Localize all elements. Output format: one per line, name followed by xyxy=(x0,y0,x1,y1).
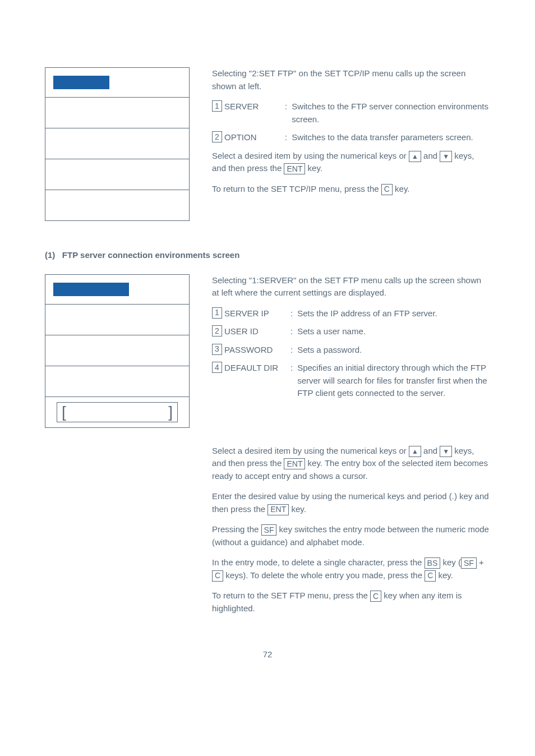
option-number: 1 xyxy=(212,100,222,112)
option-row: 1 SERVER : Switches to the FTP server co… xyxy=(212,100,490,126)
option-desc: Sets the IP address of an FTP server. xyxy=(297,307,437,320)
c-key: C xyxy=(381,184,393,195)
colon: : xyxy=(285,100,287,113)
option-desc: Switches to the data transfer parameters… xyxy=(292,131,473,144)
section1-intro: Selecting "2:SET FTP" on the SET TCP/IP … xyxy=(212,67,490,93)
option-label-text: DEFAULT DIR xyxy=(224,362,278,375)
entry-field: [ ] xyxy=(57,402,178,422)
option-desc: Switches to the FTP server connection en… xyxy=(292,100,490,126)
sf-key: SF xyxy=(461,557,477,569)
option-desc: Specifies an initial directory through w… xyxy=(297,362,490,400)
ent-key: ENT xyxy=(284,163,305,174)
down-arrow-key: ▼ xyxy=(440,151,452,162)
delete-instruction: In the entry mode, to delete a single ch… xyxy=(212,556,490,582)
screen-title-bar xyxy=(53,283,129,296)
page-number: 72 xyxy=(45,648,490,661)
colon: : xyxy=(290,307,293,320)
c-key: C xyxy=(212,570,223,582)
option-row: 2 OPTION : Switches to the data transfer… xyxy=(212,131,490,144)
c-key: C xyxy=(370,591,381,602)
sf-key: SF xyxy=(261,524,277,536)
ent-key: ENT xyxy=(284,458,305,469)
screen-title-bar xyxy=(53,76,109,89)
ent-key: ENT xyxy=(268,504,289,515)
option-label-text: PASSWORD xyxy=(224,344,273,357)
option-label-text: SERVER xyxy=(224,100,259,113)
enter-value-instruction: Enter the desired value by using the num… xyxy=(212,490,490,515)
option-number: 2 xyxy=(212,131,222,142)
option-number: 4 xyxy=(212,362,222,373)
left-bracket: [ xyxy=(62,404,66,420)
option-label-text: OPTION xyxy=(224,131,257,144)
screen-illustration-2: [ ] xyxy=(45,274,190,428)
colon: : xyxy=(290,325,293,338)
option-desc: Sets a user name. xyxy=(297,325,366,338)
up-arrow-key: ▲ xyxy=(409,446,421,457)
option-label-text: SERVER IP xyxy=(224,307,269,320)
return-instruction-2: To return to the SET FTP menu, press the… xyxy=(212,589,490,615)
option-row: 1 SERVER IP : Sets the IP address of an … xyxy=(212,307,490,320)
c-key: C xyxy=(425,570,436,582)
option-desc: Sets a password. xyxy=(297,344,362,357)
down-arrow-key: ▼ xyxy=(440,446,452,457)
colon: : xyxy=(290,344,293,357)
right-bracket: ] xyxy=(168,404,173,420)
up-arrow-key: ▲ xyxy=(409,151,421,162)
option-number: 3 xyxy=(212,344,222,355)
section2-intro: Selecting "1:SERVER" on the SET FTP menu… xyxy=(212,274,490,299)
option-label-text: USER ID xyxy=(224,325,259,338)
colon: : xyxy=(290,362,293,375)
screen-illustration-1 xyxy=(45,67,190,221)
option-number: 2 xyxy=(212,325,222,336)
option-row: 4 DEFAULT DIR : Specifies an initial dir… xyxy=(212,362,490,400)
section-heading: (1) FTP server connection environments s… xyxy=(45,249,490,262)
return-instruction: To return to the SET TCP/IP menu, press … xyxy=(212,183,490,196)
option-row: 2 USER ID : Sets a user name. xyxy=(212,325,490,338)
option-number: 1 xyxy=(212,307,222,319)
bs-key: BS xyxy=(425,557,441,569)
option-row: 3 PASSWORD : Sets a password. xyxy=(212,344,490,357)
sf-instruction: Pressing the SF key switches the entry m… xyxy=(212,523,490,548)
select-instruction: Select a desired item by using the numer… xyxy=(212,150,490,175)
colon: : xyxy=(285,131,287,144)
select-instruction-2: Select a desired item by using the numer… xyxy=(212,445,490,483)
